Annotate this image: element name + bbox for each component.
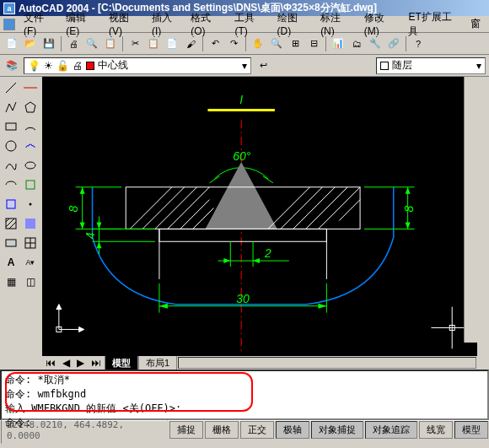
pan-icon[interactable]: ✋ (250, 35, 266, 52)
svg-line-21 (263, 176, 273, 183)
zoom-prev-icon[interactable]: ⊟ (305, 35, 322, 52)
line-icon[interactable] (2, 78, 20, 97)
rect-icon[interactable] (2, 117, 20, 136)
svg-marker-63 (318, 304, 326, 309)
cmd-label: 命令: (5, 416, 484, 430)
point-icon[interactable] (21, 195, 40, 213)
tab-next-icon[interactable]: ▶ (73, 357, 88, 369)
cut-icon[interactable]: ✂ (126, 35, 143, 52)
lightbulb-icon: 💡 (28, 60, 40, 72)
revcloud-icon[interactable] (21, 137, 40, 155)
xline-icon[interactable] (21, 78, 40, 97)
horizontal-scrollbar[interactable] (178, 357, 476, 369)
svg-rect-13 (25, 219, 35, 229)
svg-marker-57 (223, 258, 230, 263)
svg-marker-22 (206, 162, 277, 229)
tab-model[interactable]: 模型 (105, 355, 138, 371)
ellipse-icon[interactable] (21, 156, 40, 175)
svg-line-30 (268, 187, 310, 229)
paste-icon[interactable]: 📄 (164, 35, 180, 52)
help-icon[interactable]: ? (410, 35, 427, 52)
tab-last-icon[interactable]: ⏭ (88, 357, 105, 369)
svg-rect-7 (7, 200, 15, 208)
text-icon[interactable]: A▾ (21, 253, 40, 272)
tab-prev-icon[interactable]: ◀ (59, 357, 73, 369)
cmd-label: 命令: (5, 374, 31, 386)
dc-icon[interactable]: 🗂 (348, 35, 365, 52)
draw-toolbar: A A▾ ▦ ◫ (0, 77, 42, 370)
vertical-scrollbar[interactable] (464, 77, 477, 343)
svg-line-0 (6, 83, 16, 93)
svg-line-32 (293, 187, 336, 229)
svg-line-35 (339, 200, 360, 221)
polygon-icon[interactable] (21, 98, 40, 116)
svg-point-8 (30, 203, 32, 206)
svg-marker-2 (25, 102, 35, 112)
save-icon[interactable]: 💾 (40, 35, 57, 52)
chevron-down-icon: ▾ (242, 60, 247, 72)
svg-marker-43 (80, 222, 85, 229)
svg-marker-58 (253, 258, 260, 263)
publish-icon[interactable]: 📋 (102, 35, 119, 52)
zoom-win-icon[interactable]: ⊞ (287, 35, 304, 52)
gradient-icon[interactable] (21, 214, 40, 233)
preview-icon[interactable]: 🔍 (83, 35, 100, 52)
spline-icon[interactable] (2, 156, 20, 175)
svg-marker-48 (406, 222, 411, 229)
tab-first-icon[interactable]: ⏮ (42, 357, 59, 369)
table-icon[interactable] (21, 234, 40, 252)
svg-point-5 (25, 162, 35, 169)
svg-line-26 (155, 187, 197, 229)
menu-window[interactable]: 窗 (465, 15, 486, 33)
drawing-area: I 60° (42, 77, 477, 370)
dim-2: 2 (264, 246, 271, 260)
insert-icon[interactable] (21, 175, 40, 194)
svg-marker-52 (97, 222, 102, 229)
sun-icon: ☀ (44, 60, 53, 72)
match-icon[interactable]: 🖌 (182, 35, 199, 52)
color-dropdown[interactable]: 随层 ▾ (376, 57, 486, 74)
layer-mgr-icon[interactable]: 📚 (3, 57, 20, 74)
zoom-rt-icon[interactable]: 🔍 (268, 35, 285, 52)
lock-icon: 🔓 (56, 60, 69, 72)
cmd-prompt: 输入 WMFBKGND 的新值 <关(OFF)>: (5, 402, 484, 416)
layer-dropdown[interactable]: 💡 ☀ 🔓 🖨 中心线 ▾ (24, 57, 251, 74)
svg-marker-47 (406, 187, 411, 194)
pline-icon[interactable] (2, 98, 20, 116)
db-icon[interactable]: 🔗 (385, 35, 402, 52)
layer-prev-icon[interactable]: ↩ (255, 57, 271, 74)
workspace: A A▾ ▦ ◫ I 60° (0, 77, 489, 370)
circle-icon[interactable] (2, 137, 20, 155)
ellipse-arc-icon[interactable] (2, 175, 20, 194)
mtext-icon[interactable]: A (2, 253, 20, 272)
open-icon[interactable]: 📂 (22, 35, 39, 52)
svg-line-33 (306, 187, 348, 229)
redo-icon[interactable]: ↷ (225, 35, 242, 52)
dim-4: 4 (83, 232, 97, 239)
canvas[interactable]: I 60° (42, 77, 477, 356)
svg-line-20 (209, 176, 219, 183)
block-icon[interactable] (2, 195, 20, 213)
copy-icon[interactable]: 📋 (145, 35, 162, 52)
right-panel (477, 77, 489, 370)
surface-icon[interactable]: ▦ (2, 273, 20, 291)
layer-toolbar: 📚 💡 ☀ 🔓 🖨 中心线 ▾ ↩ 随层 ▾ (0, 55, 489, 77)
undo-icon[interactable]: ↶ (207, 35, 223, 52)
layer-name: 中心线 (98, 58, 128, 73)
command-window[interactable]: 命令: *取消* 命令: wmfbkgnd 输入 WMFBKGND 的新值 <关… (0, 370, 489, 420)
solid-icon[interactable]: ◫ (21, 273, 40, 291)
region-icon[interactable] (2, 234, 20, 252)
layer-color-swatch (86, 62, 94, 70)
tp-icon[interactable]: 🔧 (367, 35, 384, 52)
tab-layout1[interactable]: 布局1 (138, 355, 177, 371)
new-icon[interactable]: 📄 (3, 35, 20, 52)
prop-icon[interactable]: 📊 (330, 35, 347, 52)
svg-line-10 (6, 219, 9, 222)
svg-rect-36 (159, 229, 326, 241)
svg-marker-53 (97, 241, 102, 248)
arc-icon[interactable] (21, 117, 40, 136)
print-icon[interactable]: 🖨 (65, 35, 82, 52)
plot-icon: 🖨 (73, 60, 83, 72)
hatch-icon[interactable] (2, 214, 20, 233)
chevron-down-icon: ▾ (476, 60, 481, 72)
